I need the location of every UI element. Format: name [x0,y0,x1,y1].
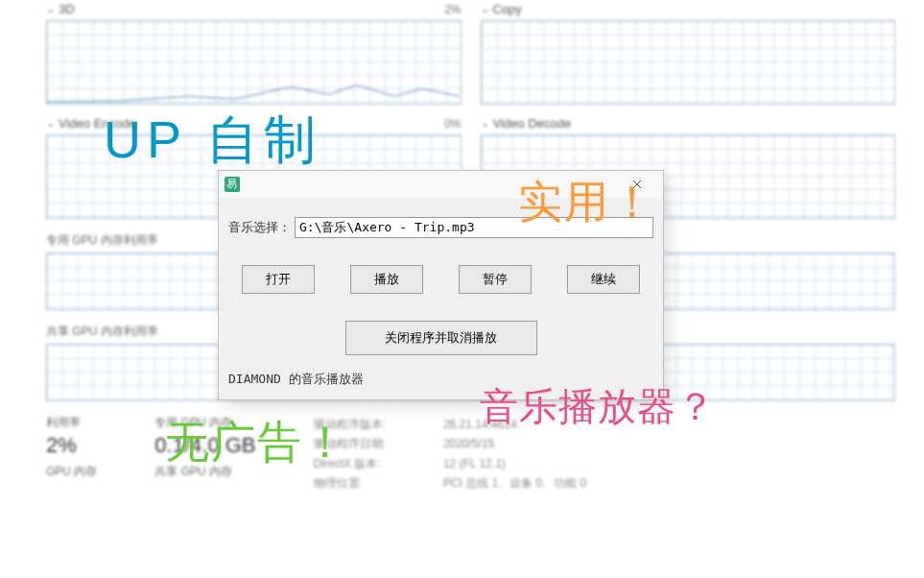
stats-row: 利用率 2% GPU 内存 专用 GPU 内存 0.1/4.0 GB 共享 GP… [46,415,895,494]
chevron-down-icon: ⌄ [481,117,489,130]
music-path-input[interactable] [295,217,653,238]
open-button[interactable]: 打开 [242,265,315,294]
play-button[interactable]: 播放 [350,265,423,294]
pause-button[interactable]: 暂停 [459,265,532,294]
title-bar [219,171,663,198]
gpu-mem-label: GPU 内存 [46,464,97,480]
util-value: 2% [46,433,97,458]
app-icon [225,177,240,192]
music-path-label: 音乐选择： [228,219,291,236]
util-label: 利用率 [46,415,97,431]
chart-area [46,20,462,105]
shared-label: 共享 GPU 内存 [154,464,255,480]
player-status: DIAMOND 的音乐播放器 [228,371,364,388]
chevron-down-icon: ⌄ [46,117,55,130]
dedicated-value: 0.1/4.0 GB [154,433,255,458]
chart-3d: ⌄ 3D 2% [46,2,462,105]
dedicated-label: 专用 GPU 内存 [154,415,255,431]
chart-name: Video Decode [493,116,571,131]
chevron-down-icon: ⌄ [46,3,55,15]
close-cancel-button[interactable]: 关闭程序并取消播放 [345,321,537,355]
chevron-down-icon: ⌄ [481,3,489,15]
chart-pct: 0% [444,117,461,131]
minimize-button[interactable] [577,173,617,196]
chart-name: Copy [493,2,522,16]
chart-copy: ⌄ Copy [481,2,896,105]
chart-pct: 2% [444,3,461,16]
chart-area [481,20,896,105]
resume-button[interactable]: 继续 [567,265,640,294]
close-button[interactable] [617,173,657,196]
chart-name: 3D [59,2,75,16]
chart-name: Video Encode [59,116,136,131]
music-player-dialog: 音乐选择： 打开 播放 暂停 继续 关闭程序并取消播放 DIAMOND 的音乐播… [218,170,664,400]
